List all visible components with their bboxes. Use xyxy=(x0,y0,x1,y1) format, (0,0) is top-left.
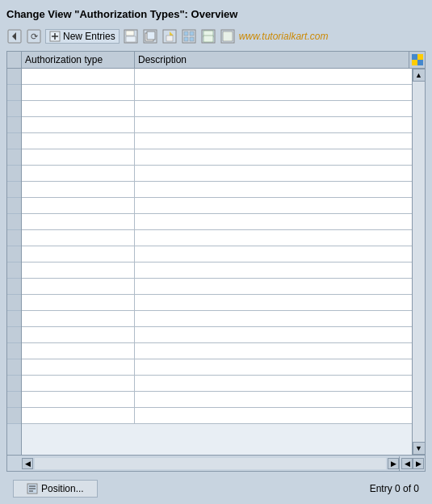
scroll-up-arrow[interactable]: ▲ xyxy=(413,69,426,82)
scroll-down-arrow[interactable]: ▼ xyxy=(413,442,426,455)
table-row[interactable] xyxy=(22,166,412,182)
table-row[interactable] xyxy=(22,343,412,359)
cell-auth-type[interactable] xyxy=(22,133,135,149)
position-button[interactable]: Position... xyxy=(13,480,98,498)
table-row[interactable] xyxy=(22,311,412,327)
row-num-3 xyxy=(7,101,21,117)
vertical-scrollbar[interactable]: ▲ ▼ xyxy=(412,69,425,455)
cell-description[interactable] xyxy=(135,295,412,310)
table-row[interactable] xyxy=(22,327,412,343)
scroll-track-h[interactable] xyxy=(35,458,386,469)
cell-description[interactable] xyxy=(135,182,412,197)
row-num-7 xyxy=(7,166,21,182)
back-icon[interactable] xyxy=(6,28,23,44)
table-row[interactable] xyxy=(22,392,412,408)
scroll-right-arrow[interactable]: ▶ xyxy=(388,458,399,469)
cell-description[interactable] xyxy=(135,101,412,116)
cell-auth-type[interactable] xyxy=(22,69,135,84)
cell-description[interactable] xyxy=(135,311,412,326)
cell-description[interactable] xyxy=(135,343,412,359)
cell-auth-type[interactable] xyxy=(22,149,135,165)
cell-auth-type[interactable] xyxy=(22,392,135,407)
refresh-icon[interactable]: ⟳ xyxy=(26,28,42,44)
row-num-9 xyxy=(7,198,21,214)
cell-auth-type[interactable] xyxy=(22,359,135,375)
table-row[interactable] xyxy=(22,85,412,101)
cell-description[interactable] xyxy=(135,262,412,278)
cell-description[interactable] xyxy=(135,69,412,84)
table-row[interactable] xyxy=(22,101,412,117)
cell-auth-type[interactable] xyxy=(22,230,135,246)
help-icon[interactable] xyxy=(220,28,236,44)
save-icon[interactable] xyxy=(123,28,139,44)
svg-rect-28 xyxy=(417,54,423,60)
cell-auth-type[interactable] xyxy=(22,182,135,197)
table-row[interactable] xyxy=(22,408,412,424)
cell-auth-type[interactable] xyxy=(22,246,135,262)
cell-auth-type[interactable] xyxy=(22,198,135,213)
grid-icon[interactable] xyxy=(181,28,197,44)
cell-description[interactable] xyxy=(135,408,412,423)
cell-description[interactable] xyxy=(135,376,412,391)
scroll-right-arrow-3[interactable]: ▶ xyxy=(413,458,424,469)
row-num-21 xyxy=(7,392,21,408)
cell-auth-type[interactable] xyxy=(22,295,135,310)
scroll-left-arrow[interactable]: ◀ xyxy=(22,458,33,469)
table-row[interactable] xyxy=(22,359,412,376)
table-row[interactable] xyxy=(22,198,412,214)
table-row[interactable] xyxy=(22,117,412,133)
cell-description[interactable] xyxy=(135,246,412,262)
entry-status: Entry 0 of 0 xyxy=(370,483,419,494)
svg-rect-17 xyxy=(184,32,188,36)
table-row[interactable] xyxy=(22,69,412,85)
cell-description[interactable] xyxy=(135,214,412,229)
cell-auth-type[interactable] xyxy=(22,408,135,423)
table-row[interactable] xyxy=(22,246,412,262)
table-row[interactable] xyxy=(22,214,412,230)
row-num-15 xyxy=(7,295,21,311)
horizontal-scrollbar[interactable]: ◀ ▶ xyxy=(22,456,399,471)
cell-description[interactable] xyxy=(135,133,412,149)
table-row[interactable] xyxy=(22,182,412,198)
scroll-right-arrow-2[interactable]: ◀ xyxy=(401,458,413,469)
page-title: Change View "Authorization Types": Overv… xyxy=(6,6,426,22)
table-row[interactable] xyxy=(22,295,412,311)
cell-auth-type[interactable] xyxy=(22,279,135,294)
cell-description[interactable] xyxy=(135,117,412,132)
table-row[interactable] xyxy=(22,376,412,392)
row-numbers xyxy=(7,69,22,455)
table-row[interactable] xyxy=(22,149,412,166)
cell-auth-type[interactable] xyxy=(22,214,135,229)
cell-description[interactable] xyxy=(135,279,412,294)
new-entries-button[interactable]: New Entries xyxy=(45,29,120,44)
cell-description[interactable] xyxy=(135,359,412,375)
cell-description[interactable] xyxy=(135,166,412,181)
scroll-track-v[interactable] xyxy=(413,82,426,442)
cell-auth-type[interactable] xyxy=(22,117,135,132)
cell-auth-type[interactable] xyxy=(22,311,135,326)
table-row[interactable] xyxy=(22,262,412,279)
column-settings-icon[interactable] xyxy=(409,52,425,68)
cell-description[interactable] xyxy=(135,149,412,165)
data-table: Authorization type Description xyxy=(6,51,426,472)
paste-icon[interactable] xyxy=(161,28,178,44)
cell-auth-type[interactable] xyxy=(22,327,135,342)
row-num-11 xyxy=(7,230,21,246)
cell-description[interactable] xyxy=(135,327,412,342)
cell-description[interactable] xyxy=(135,198,412,213)
cell-auth-type[interactable] xyxy=(22,101,135,116)
cell-auth-type[interactable] xyxy=(22,85,135,100)
table-row[interactable] xyxy=(22,133,412,149)
print-icon[interactable] xyxy=(200,28,216,44)
cell-description[interactable] xyxy=(135,392,412,407)
h-scrollbar-right: ◀ ▶ xyxy=(399,456,425,471)
copy-icon[interactable] xyxy=(142,28,158,44)
cell-auth-type[interactable] xyxy=(22,376,135,391)
cell-auth-type[interactable] xyxy=(22,343,135,359)
cell-description[interactable] xyxy=(135,230,412,246)
table-row[interactable] xyxy=(22,230,412,246)
cell-auth-type[interactable] xyxy=(22,166,135,181)
cell-description[interactable] xyxy=(135,85,412,100)
table-row[interactable] xyxy=(22,279,412,295)
cell-auth-type[interactable] xyxy=(22,262,135,278)
